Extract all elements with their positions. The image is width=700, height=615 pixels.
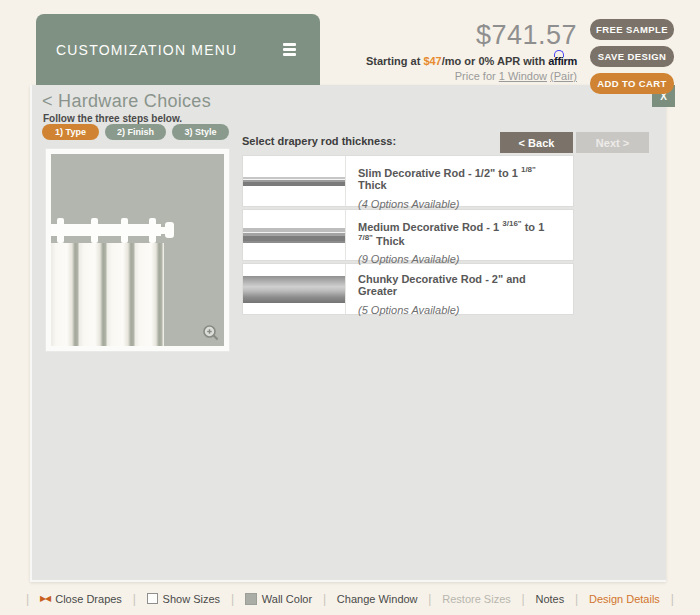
select-thickness-label: Select drapery rod thickness: bbox=[242, 135, 396, 147]
rod-option-availability: (5 Options Available) bbox=[358, 304, 561, 316]
footer-item-label: Show Sizes bbox=[163, 593, 220, 605]
action-buttons: FREE SAMPLE SAVE DESIGN ADD TO CART bbox=[590, 19, 674, 94]
window-count-link[interactable]: 1 Window bbox=[499, 70, 547, 82]
back-next-buttons: < Back Next > bbox=[500, 132, 649, 153]
footer-item-label: Wall Color bbox=[262, 593, 312, 605]
preview-scene bbox=[51, 154, 224, 346]
affirm-arc-icon bbox=[554, 50, 564, 57]
rod-option-title: Slim Decorative Rod - 1/2" to 1 1/8" Thi… bbox=[358, 165, 561, 191]
drapery-preview bbox=[45, 148, 230, 352]
footer-item-notes[interactable]: Notes bbox=[535, 593, 564, 605]
footer-toolbar: |▶◀Close Drapes|Show Sizes|Wall Color|Ch… bbox=[0, 582, 700, 615]
footer-item-change-window[interactable]: Change Window bbox=[337, 593, 418, 605]
rod-option-availability: (4 Options Available) bbox=[358, 198, 561, 210]
footer-item-label: Design Details bbox=[589, 593, 660, 605]
footer-item-label: Change Window bbox=[337, 593, 418, 605]
rod-options-list: Slim Decorative Rod - 1/2" to 1 1/8" Thi… bbox=[242, 155, 574, 317]
back-button[interactable]: < Back bbox=[500, 132, 573, 153]
footer-item-close-drapes[interactable]: ▶◀Close Drapes bbox=[40, 593, 122, 605]
next-button[interactable]: Next > bbox=[576, 132, 649, 153]
step-tab-finish[interactable]: 2) Finish bbox=[105, 124, 166, 140]
rod-option-title: Medium Decorative Rod - 1 3/16" to 1 7/8… bbox=[358, 219, 561, 246]
customization-menu-title: CUSTOMIZATION MENU bbox=[56, 42, 237, 58]
step-tabs: 1) Type2) Finish3) Style bbox=[42, 124, 229, 140]
save-design-button[interactable]: SAVE DESIGN bbox=[590, 46, 674, 67]
footer-separator: | bbox=[428, 592, 431, 606]
footer-item-wall-color[interactable]: Wall Color bbox=[245, 593, 312, 605]
panel-subtitle: Follow the three steps below. bbox=[43, 113, 182, 124]
hardware-choices-panel: X < Hardware Choices Follow the three st… bbox=[30, 85, 666, 582]
preview-ring bbox=[91, 218, 98, 243]
drapes-arrows-icon: ▶◀ bbox=[40, 594, 50, 603]
footer-item-restore-sizes: Restore Sizes bbox=[442, 593, 510, 605]
preview-ring bbox=[121, 218, 128, 243]
footer-separator: | bbox=[26, 592, 29, 606]
footer-separator: | bbox=[522, 592, 525, 606]
rod-option-title: Chunky Decorative Rod - 2" and Greater bbox=[358, 273, 561, 297]
financing-prefix: Starting at bbox=[366, 55, 423, 67]
footer-item-show-sizes[interactable]: Show Sizes bbox=[147, 593, 220, 605]
footer-item-label: Close Drapes bbox=[55, 593, 122, 605]
hamburger-menu-icon[interactable] bbox=[283, 43, 296, 56]
preview-curtain-panels bbox=[51, 243, 164, 346]
financing-suffix: /mo or 0% APR with bbox=[442, 55, 546, 67]
pair-link[interactable]: (Pair) bbox=[550, 70, 577, 82]
show-sizes-checkbox[interactable] bbox=[147, 593, 158, 604]
footer-separator: | bbox=[575, 592, 578, 606]
rod-option-slim[interactable]: Slim Decorative Rod - 1/2" to 1 1/8" Thi… bbox=[242, 155, 574, 207]
footer-separator: | bbox=[133, 592, 136, 606]
drapery-customizer-page: CUSTOMIZATION MENU $741.57 Starting at $… bbox=[0, 0, 700, 615]
footer-item-label: Notes bbox=[535, 593, 564, 605]
panel-title[interactable]: < Hardware Choices bbox=[42, 91, 211, 112]
affirm-logo: affirm bbox=[548, 54, 577, 69]
footer-separator: | bbox=[323, 592, 326, 606]
footer-separator: | bbox=[231, 592, 234, 606]
step-tab-type[interactable]: 1) Type bbox=[42, 124, 99, 140]
preview-rod bbox=[51, 224, 161, 236]
preview-ring bbox=[149, 218, 156, 243]
add-to-cart-button[interactable]: ADD TO CART bbox=[590, 73, 674, 94]
rod-option-medium[interactable]: Medium Decorative Rod - 1 3/16" to 1 7/8… bbox=[242, 209, 574, 261]
footer-separator: | bbox=[671, 592, 674, 606]
preview-ring bbox=[57, 218, 64, 243]
footer-item-design-details[interactable]: Design Details bbox=[589, 593, 660, 605]
footer-item-label: Restore Sizes bbox=[442, 593, 510, 605]
rod-thumbnail-medium bbox=[243, 210, 346, 260]
financing-amount: $47 bbox=[423, 55, 441, 67]
free-sample-button[interactable]: FREE SAMPLE bbox=[590, 19, 674, 40]
preview-finial bbox=[165, 222, 174, 238]
customization-menu-header: CUSTOMIZATION MENU bbox=[36, 14, 320, 85]
rod-thumbnail-chunky bbox=[243, 264, 346, 314]
wall-color-swatch[interactable] bbox=[245, 593, 257, 605]
step-tab-style[interactable]: 3) Style bbox=[172, 124, 229, 140]
zoom-in-icon[interactable] bbox=[201, 323, 221, 343]
rod-option-chunky[interactable]: Chunky Decorative Rod - 2" and Greater(5… bbox=[242, 263, 574, 315]
rod-thumbnail-slim bbox=[243, 156, 346, 206]
